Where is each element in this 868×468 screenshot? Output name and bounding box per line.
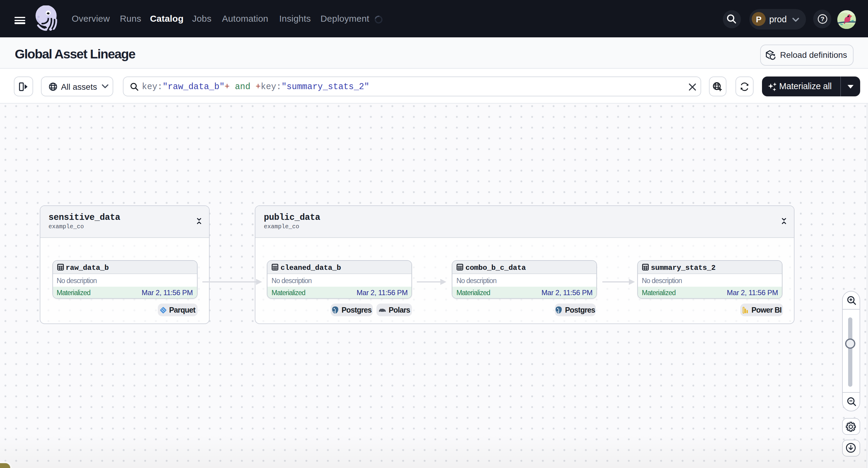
svg-text:?: ? — [820, 15, 824, 22]
